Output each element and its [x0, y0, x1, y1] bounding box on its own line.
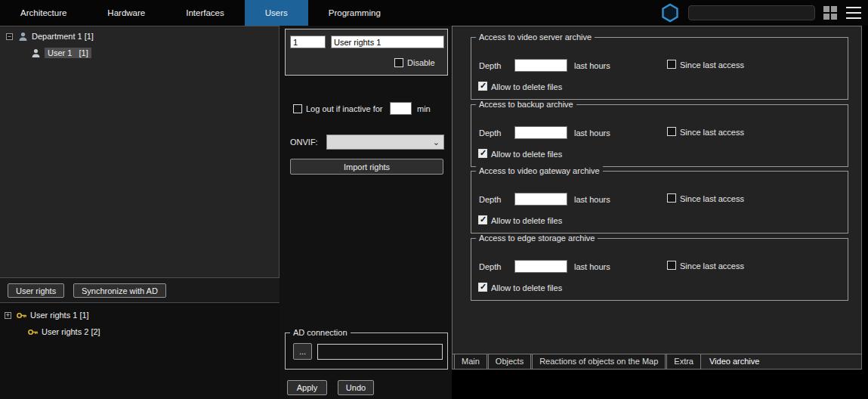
tree-item-user[interactable]: User 1 [1] — [26, 46, 279, 60]
since-last-access-checkbox[interactable] — [667, 261, 676, 270]
since-last-access-checkbox[interactable] — [667, 127, 676, 136]
tree-item-user-rights-2[interactable]: User rights 2 [2] — [23, 325, 280, 339]
last-hours-label: last hours — [574, 195, 610, 204]
allow-delete-files-label: Allow to delete files — [491, 283, 562, 292]
identity-groupbox: Disable — [285, 29, 448, 76]
menu-item-interfaces[interactable]: Interfaces — [165, 0, 245, 26]
tree-item-label: User rights 2 [2] — [42, 327, 100, 336]
since-last-access-label: Since last access — [680, 60, 744, 70]
groupbox-title: Access to video server archive — [476, 32, 595, 42]
groupbox-title: Access to video gateway archive — [476, 166, 603, 175]
depth-label: Depth — [479, 195, 501, 204]
object-name-field[interactable] — [331, 36, 444, 48]
tab-main[interactable]: Main — [454, 354, 487, 370]
depth-field[interactable] — [514, 260, 567, 273]
disable-label: Disable — [407, 58, 435, 67]
ad-connection-groupbox: AD connection ... — [285, 332, 448, 370]
import-rights-button[interactable]: Import rights — [290, 159, 443, 175]
rights-toolbar: User rights Synchronize with AD — [0, 278, 280, 303]
groupbox-title: Access to edge storage archive — [476, 234, 598, 243]
ad-connection-title: AD connection — [290, 328, 351, 337]
since-last-access-checkbox[interactable] — [667, 193, 676, 203]
tab-video-archive[interactable]: Video archive — [702, 354, 767, 370]
depth-field[interactable] — [514, 193, 567, 206]
menu-item-architecture[interactable]: Architecture — [0, 0, 87, 26]
since-last-access-label: Since last access — [680, 261, 744, 271]
settings-tab-bar: Main Objects Reactions of objects on the… — [453, 354, 861, 370]
tree-item-label: User rights 1 [1] — [30, 311, 89, 320]
chevron-down-icon: ⌄ — [433, 138, 440, 146]
logout-unit-label: min — [417, 104, 431, 113]
search-input[interactable] — [688, 5, 815, 20]
collapse-expander-icon[interactable]: − — [6, 33, 13, 40]
logout-minutes-field[interactable] — [390, 102, 412, 115]
menu-item-users[interactable]: Users — [245, 0, 308, 26]
tree-item-department[interactable]: − Department 1 [1] — [6, 29, 279, 43]
logout-inactive-checkbox[interactable] — [293, 104, 302, 113]
hamburger-menu-icon[interactable] — [846, 7, 861, 19]
allow-delete-files-checkbox[interactable] — [478, 283, 487, 292]
grid-layout-icon[interactable] — [823, 6, 838, 20]
user-icon — [30, 48, 42, 59]
since-last-access-checkbox[interactable] — [667, 60, 676, 69]
key-icon — [27, 326, 39, 338]
allow-delete-files-label: Allow to delete files — [491, 216, 562, 225]
depth-label: Depth — [479, 262, 501, 271]
tree-item-user-rights-1[interactable]: + User rights 1 [1] — [5, 308, 280, 322]
apply-button[interactable]: Apply — [287, 380, 327, 395]
menu-item-programming[interactable]: Programming — [308, 0, 401, 26]
user-rights-button[interactable]: User rights — [8, 283, 64, 298]
since-last-access-label: Since last access — [680, 128, 744, 137]
backup-archive-groupbox: Access to backup archive Depth last hour… — [471, 104, 848, 167]
synchronize-with-ad-button[interactable]: Synchronize with AD — [73, 283, 166, 298]
logout-inactive-label: Log out if inactive for — [306, 104, 383, 113]
last-hours-label: last hours — [574, 128, 610, 138]
object-id-field[interactable] — [290, 36, 326, 48]
depth-field[interactable] — [514, 59, 567, 72]
depth-label: Depth — [479, 61, 501, 70]
department-icon — [17, 31, 29, 42]
video-server-archive-groupbox: Access to video server archive Depth las… — [471, 37, 848, 100]
edge-storage-archive-groupbox: Access to edge storage archive Depth las… — [471, 238, 848, 301]
allow-delete-files-label: Allow to delete files — [491, 150, 562, 159]
menu-item-hardware[interactable]: Hardware — [87, 0, 165, 26]
video-archive-panel: Access to video server archive Depth las… — [452, 26, 862, 370]
tab-extra[interactable]: Extra — [666, 354, 701, 370]
user-rights-tree-panel: + User rights 1 [1] User rights 2 [2] — [0, 303, 280, 399]
ad-browse-button[interactable]: ... — [293, 343, 312, 360]
allow-delete-files-label: Allow to delete files — [491, 82, 562, 91]
disable-checkbox[interactable] — [394, 58, 403, 67]
video-gateway-archive-groupbox: Access to video gateway archive Depth la… — [471, 171, 848, 234]
onvif-dropdown[interactable]: ⌄ — [326, 135, 444, 150]
allow-delete-files-checkbox[interactable] — [478, 82, 487, 91]
since-last-access-label: Since last access — [680, 194, 744, 203]
tab-objects[interactable]: Objects — [488, 354, 531, 370]
last-hours-label: last hours — [574, 262, 610, 271]
groupbox-title: Access to backup archive — [476, 100, 576, 109]
properties-column: Disable Log out if inactive for min ONVI… — [280, 26, 452, 399]
hexagon-logo-icon — [660, 3, 680, 23]
topbar-right-cluster — [660, 3, 868, 23]
allow-delete-files-checkbox[interactable] — [478, 215, 487, 224]
last-hours-label: last hours — [574, 61, 610, 70]
depth-label: Depth — [479, 128, 501, 138]
undo-button[interactable]: Undo — [338, 380, 374, 395]
expand-expander-icon[interactable]: + — [5, 312, 11, 319]
app-window: { "colors": { "accent": "#1d6399", "key"… — [0, 0, 868, 399]
key-icon — [16, 310, 27, 321]
depth-field[interactable] — [514, 126, 567, 139]
onvif-label: ONVIF: — [290, 138, 318, 147]
tab-reactions-of-objects-on-the-map[interactable]: Reactions of objects on the Map — [532, 354, 666, 370]
allow-delete-files-checkbox[interactable] — [478, 149, 487, 158]
tree-item-label: Department 1 [1] — [32, 32, 94, 41]
tree-item-label: User 1 [1] — [45, 48, 91, 58]
object-tree-panel: − Department 1 [1] User 1 [1] — [0, 26, 280, 278]
ad-connection-field[interactable] — [317, 344, 443, 360]
top-menu-bar: Architecture Hardware Interfaces Users P… — [0, 0, 868, 26]
